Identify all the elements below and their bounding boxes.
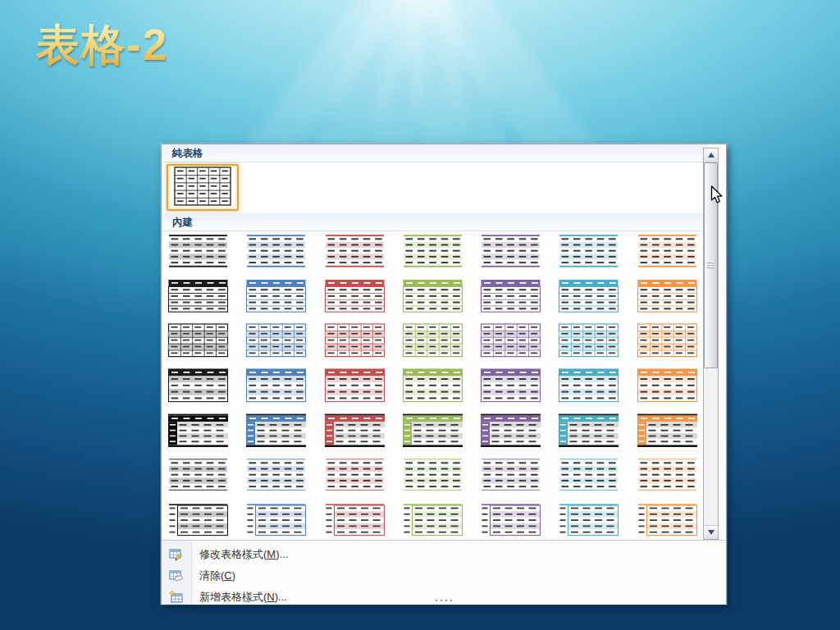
section-header-plain-table: 純表格 [162,144,708,162]
table-style-light-banded-soft-black[interactable] [167,453,245,498]
plain-table-thumbnail-selected[interactable] [167,164,239,211]
table-style-light-banded-teal[interactable] [558,229,636,274]
gallery-menu: 修改表格樣式(M)... 清除(C) 新增表格樣式(N)... [162,541,726,605]
table-style-offset-box-green[interactable] [402,498,480,543]
table-style-grid-banded-red[interactable] [324,318,402,363]
gallery-scrollbar[interactable] [703,148,719,540]
table-style-offset-box-blue[interactable] [245,498,323,543]
table-style-dark-green[interactable] [402,408,480,453]
table-style-offset-box-red[interactable] [324,498,402,543]
table-style-offset-box-purple[interactable] [480,498,558,543]
scrollbar-down-button[interactable] [704,525,718,539]
scrollbar-up-button[interactable] [704,148,718,162]
scrollbar-grip-icon [707,265,714,266]
table-style-solid-header-green[interactable] [402,274,480,319]
table-style-grid [167,229,714,542]
modify-table-style-icon [169,547,183,561]
clear-table-style-icon [169,568,183,582]
scroll-up-icon [708,153,714,158]
scroll-down-icon [708,530,714,535]
table-style-light-banded-soft-blue[interactable] [245,453,323,498]
table-style-light-banded-blue[interactable] [245,229,323,274]
table-style-header-banded-teal[interactable] [558,363,636,409]
plain-table-preview [174,167,231,209]
table-style-light-banded-soft-purple[interactable] [480,453,558,498]
scrollbar-thumb[interactable] [704,162,718,368]
table-style-grid-banded-teal[interactable] [558,318,636,363]
table-style-header-banded-green[interactable] [402,363,480,409]
table-style-grid-banded-purple[interactable] [480,318,558,363]
table-style-solid-header-teal[interactable] [558,274,636,319]
table-style-light-banded-soft-teal[interactable] [558,453,636,498]
menu-item-modify-table-style[interactable]: 修改表格樣式(M)... [162,544,726,564]
gallery-resize-grip[interactable] [436,600,452,601]
menu-item-label: 清除(C) [199,568,235,583]
table-style-light-banded-green[interactable] [402,229,480,274]
table-style-solid-header-purple[interactable] [480,274,558,319]
table-style-offset-box-black[interactable] [167,498,245,543]
menu-item-label: 新增表格樣式(N)... [199,590,287,605]
table-style-dark-red[interactable] [324,408,402,453]
table-style-light-banded-soft-green[interactable] [402,453,480,498]
table-style-light-banded-red[interactable] [324,229,402,274]
table-style-light-banded-soft-red[interactable] [324,453,402,498]
table-style-light-banded-black[interactable] [167,229,245,274]
menu-item-label: 修改表格樣式(M)... [199,547,288,562]
menu-item-clear-table-style[interactable]: 清除(C) [162,565,726,586]
table-style-light-banded-purple[interactable] [480,229,558,274]
slide-background: 表格-2 純表格 內建 修改表格樣式(M)... [0,0,840,630]
table-style-dark-blue[interactable] [245,408,323,453]
plain-table-section-row [162,162,708,213]
table-style-dark-black[interactable] [167,408,245,453]
slide-title: 表格-2 [36,16,168,75]
scrollbar-grip-icon [707,267,714,268]
table-style-header-banded-red[interactable] [324,363,402,409]
table-style-header-banded-blue[interactable] [245,363,323,409]
menu-item-new-table-style[interactable]: 新增表格樣式(N)... [162,587,726,607]
table-style-header-banded-purple[interactable] [480,363,558,409]
table-styles-gallery-panel: 純表格 內建 修改表格樣式(M)... 清除(C) [161,144,727,605]
table-style-solid-header-black[interactable] [167,274,245,319]
table-style-offset-box-teal[interactable] [558,498,636,543]
scrollbar-grip-icon [707,262,714,263]
table-style-dark-purple[interactable] [480,408,558,453]
table-style-solid-header-blue[interactable] [245,274,323,319]
table-style-solid-header-red[interactable] [324,274,402,319]
new-table-style-icon [169,590,183,604]
table-style-grid-banded-black[interactable] [167,318,245,363]
table-style-dark-teal[interactable] [558,408,636,453]
table-style-grid-banded-blue[interactable] [245,318,323,363]
table-style-header-banded-black[interactable] [167,363,245,409]
table-style-grid-banded-green[interactable] [402,318,480,363]
